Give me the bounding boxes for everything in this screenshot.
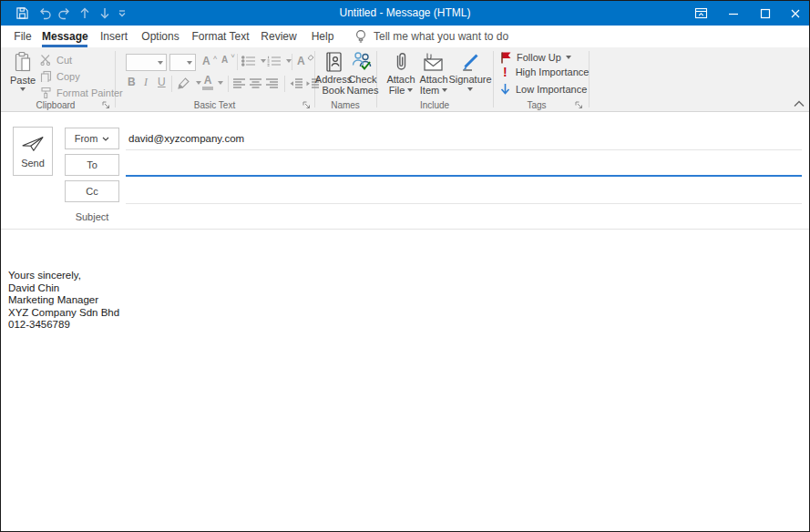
ribbon-tab-row: File Message Insert Options Format Text … — [1, 26, 809, 47]
text-highlight-color-button[interactable] — [177, 77, 201, 89]
tell-me-search[interactable]: Tell me what you want to do — [374, 26, 508, 47]
collapse-ribbon-button[interactable] — [794, 100, 805, 107]
eraser-icon — [307, 54, 314, 61]
tab-insert[interactable]: Insert — [97, 26, 131, 47]
check-names-button[interactable]: Check Names — [349, 51, 376, 96]
low-importance-arrow-icon — [499, 83, 511, 96]
chevron-down-icon — [407, 88, 413, 92]
subject-label: Subject — [65, 211, 119, 222]
tags-group-label: Tags — [493, 100, 580, 110]
copy-icon — [40, 70, 52, 82]
from-value: david@xyzcompany.com — [128, 133, 244, 144]
lightbulb-icon — [354, 29, 367, 45]
to-input[interactable] — [126, 155, 802, 174]
underline-button[interactable]: U — [158, 76, 166, 88]
separator — [284, 76, 285, 92]
tab-file[interactable]: File — [10, 26, 36, 47]
format-painter-button[interactable]: Format Painter — [40, 87, 123, 99]
signature-line: 012-3456789 — [8, 319, 119, 332]
shrink-font-button[interactable]: A˅ — [221, 55, 235, 65]
ribbon-display-options-button[interactable] — [686, 1, 715, 26]
send-button[interactable]: Send — [13, 127, 53, 176]
align-left-button[interactable] — [233, 78, 246, 89]
cut-button[interactable]: Cut — [40, 54, 72, 66]
basic-text-dialog-launcher[interactable] — [302, 101, 311, 109]
tab-message[interactable]: Message — [42, 26, 87, 47]
numbered-list-icon — [267, 56, 282, 66]
signature-line: XYZ Company Sdn Bhd — [8, 307, 119, 320]
include-group-label: Include — [376, 100, 493, 110]
close-button[interactable] — [781, 1, 810, 26]
align-left-icon — [233, 78, 246, 89]
attach-file-button[interactable]: Attach File — [384, 51, 418, 96]
align-center-icon — [250, 78, 262, 89]
message-body-editor[interactable]: Yours sincerely, David Chin Marketing Ma… — [1, 230, 809, 532]
basic-text-group-label: Basic Text — [115, 100, 314, 110]
attach-item-button[interactable]: Attach Item — [416, 51, 451, 96]
align-right-button[interactable] — [266, 78, 279, 89]
copy-button[interactable]: Copy — [40, 70, 80, 82]
bullets-button[interactable] — [241, 56, 266, 66]
align-right-icon — [266, 78, 279, 89]
check-names-icon — [352, 51, 374, 73]
signature-button[interactable]: Signature — [451, 51, 489, 91]
separator — [237, 54, 238, 70]
paste-icon — [14, 51, 32, 73]
high-importance-button[interactable]: ! High Importance — [503, 66, 589, 77]
clear-formatting-button[interactable]: A — [297, 55, 314, 67]
signature-line: Marketing Manager — [8, 294, 119, 307]
center-button[interactable] — [250, 78, 262, 89]
italic-button[interactable]: I — [144, 76, 148, 89]
email-signature: Yours sincerely, David Chin Marketing Ma… — [8, 270, 119, 332]
tab-review[interactable]: Review — [259, 26, 299, 47]
numbering-button[interactable] — [267, 56, 292, 66]
chevron-down-icon — [566, 56, 571, 59]
font-name-combobox[interactable] — [126, 54, 167, 71]
signature-line: Yours sincerely, — [8, 270, 119, 282]
paste-button[interactable]: Paste — [8, 51, 37, 91]
decrease-indent-icon — [289, 78, 303, 89]
grow-font-button[interactable]: A˄ — [202, 55, 217, 67]
to-button[interactable]: To — [65, 154, 119, 176]
clipboard-group-label: Clipboard — [1, 100, 110, 110]
chevron-up-icon — [794, 100, 805, 107]
caret-down-icon: ˅ — [231, 52, 235, 60]
chevron-down-icon — [467, 87, 473, 91]
cc-input[interactable] — [126, 181, 802, 201]
chevron-down-icon — [196, 81, 201, 85]
tab-options[interactable]: Options — [138, 26, 182, 47]
address-book-button[interactable]: Address Book — [318, 51, 349, 96]
minimize-button[interactable] — [719, 1, 748, 26]
envelope-paperclip-icon — [423, 51, 445, 73]
outlook-message-window: Untitled - Message (HTML) File — [0, 0, 810, 532]
color-bar — [202, 87, 213, 90]
chevron-down-icon — [218, 81, 223, 85]
chevron-down-icon — [187, 61, 192, 65]
clipboard-dialog-launcher[interactable] — [102, 101, 110, 109]
font-size-combobox[interactable] — [169, 54, 196, 71]
chevron-down-icon — [261, 59, 266, 63]
minimize-icon — [728, 8, 739, 19]
chevron-down-icon — [20, 87, 26, 91]
caret-up-icon: ˄ — [213, 54, 218, 62]
tab-format-text[interactable]: Format Text — [190, 26, 251, 47]
subject-input[interactable] — [126, 208, 802, 226]
from-field-line — [126, 149, 802, 150]
font-color-button[interactable]: A — [202, 76, 223, 90]
separator — [171, 76, 172, 92]
decrease-indent-button[interactable] — [289, 78, 303, 89]
signature-line: David Chin — [8, 282, 119, 295]
follow-up-button[interactable]: Follow Up — [500, 51, 571, 64]
maximize-button[interactable] — [751, 1, 780, 26]
bold-button[interactable]: B — [128, 76, 136, 88]
from-button[interactable]: From — [65, 128, 119, 149]
chevron-down-icon — [102, 137, 109, 141]
to-field-line-focused — [126, 175, 802, 177]
names-group-label: Names — [314, 100, 376, 110]
tags-dialog-launcher[interactable] — [575, 101, 583, 109]
tab-help[interactable]: Help — [308, 26, 337, 47]
cc-button[interactable]: Cc — [65, 180, 119, 202]
cc-field-line — [126, 203, 802, 204]
low-importance-button[interactable]: Low Importance — [499, 83, 587, 96]
scissors-icon — [40, 54, 52, 66]
